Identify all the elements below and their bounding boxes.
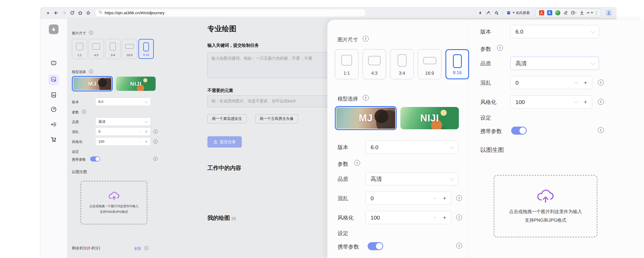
more-menu-icon[interactable]: ⋮	[594, 9, 599, 17]
hidden-bookmarks-chevron-icon[interactable]: »	[44, 9, 52, 17]
ratio-button-9-16-selected[interactable]: 9:16	[138, 39, 154, 59]
chaos-info-icon[interactable]: !	[153, 130, 158, 134]
params-info-icon-lg[interactable]: !	[354, 160, 360, 166]
stylize-input-r[interactable]: 100 −+	[510, 95, 592, 109]
chaos-plus-button-lg[interactable]: +	[443, 195, 446, 202]
suggestion-button-1[interactable]: 画一个真实感女生	[207, 114, 247, 123]
params-info-icon-r[interactable]: !	[497, 45, 503, 51]
carry-params-toggle[interactable]	[90, 156, 100, 162]
chaos-info-icon-lg[interactable]: !	[456, 195, 462, 201]
ratio-button-3-4-lg[interactable]: 3:4	[390, 49, 414, 79]
credits-remaining: 剩余积分(0 积分)	[72, 246, 100, 251]
image-upload-dropzone[interactable]: 点击或拖拽一个图片到这里作为输入 支持PNG和JPG格式	[80, 181, 147, 224]
stylize-input-lg[interactable]: 100 −+	[365, 211, 451, 224]
address-bar[interactable]: https://qin.ai366.cn/#/midjourney	[95, 9, 366, 17]
search-here-label[interactable]: 在此搜索	[516, 10, 530, 15]
stylize-info-icon[interactable]: !	[153, 139, 158, 144]
stylize-info-icon-r[interactable]: !	[598, 99, 604, 105]
carry-params-toggle-lg[interactable]	[368, 242, 383, 250]
magnified-settings-overlay: 图片尺寸 ! 1:1 4:3 3:4 16:9 9:16 模型选择 ! MJ N…	[327, 20, 644, 258]
chaos-minus-button[interactable]: −	[140, 130, 142, 134]
scissors-icon[interactable]: ✂	[586, 9, 594, 17]
stylize-minus-button-lg[interactable]: −	[433, 214, 437, 221]
model-select-info-icon[interactable]: !	[89, 69, 93, 73]
carry-params-info-icon-r[interactable]: !	[598, 127, 604, 133]
model-button-niji[interactable]: NIJI	[116, 77, 156, 91]
bookmark-star-icon[interactable]	[84, 9, 92, 17]
search-engine-caret-icon[interactable]	[513, 12, 515, 13]
add-bookmark-star-icon[interactable]	[492, 9, 500, 17]
model-select-info-icon-lg[interactable]: !	[363, 95, 369, 101]
stylize-input[interactable]: 100 −+	[95, 137, 151, 146]
history-clock-icon[interactable]	[570, 9, 578, 17]
app-sidebar	[40, 19, 67, 258]
pdf-extension-icon[interactable]: 人	[537, 9, 546, 17]
quality-select-lg[interactable]: 高清	[365, 172, 458, 185]
ratio-button-16-9[interactable]: 16:9	[122, 39, 137, 59]
params-info-icon[interactable]: !	[82, 110, 86, 114]
carry-params-toggle-r[interactable]	[511, 127, 527, 135]
stylize-minus-button[interactable]: −	[140, 139, 142, 144]
ratio-button-4-3[interactable]: 4:3	[89, 39, 104, 59]
carry-params-info-icon-lg[interactable]: !	[456, 243, 462, 249]
sidebar-item-shop[interactable]	[48, 135, 59, 145]
forward-icon[interactable]	[60, 9, 68, 17]
page-title: 专业绘图	[207, 24, 236, 34]
stylize-minus-button-r[interactable]: −	[574, 99, 578, 106]
pen-extension-icon[interactable]	[562, 9, 570, 17]
sidebar-item-gallery[interactable]	[48, 90, 59, 101]
refresh-credits-link[interactable]: 刷新	[134, 246, 141, 251]
translate-extension-icon[interactable]: 文	[546, 9, 554, 17]
credits-info-icon[interactable]: !	[144, 246, 148, 250]
image-size-info-icon-lg[interactable]: !	[363, 36, 369, 42]
chaos-info-icon-r[interactable]: !	[598, 80, 604, 85]
image-upload-dropzone-r[interactable]: 点击或拖拽一个图片到这里作为输入 支持PNG和JPG格式	[494, 175, 597, 237]
quality-select[interactable]: 高清	[95, 117, 151, 126]
ratio-button-1-1[interactable]: 1:1	[72, 39, 87, 59]
model-button-mj[interactable]: MJ	[72, 76, 113, 91]
image-size-info-icon[interactable]: !	[89, 31, 93, 35]
chaos-input-lg[interactable]: 0 −+	[365, 192, 451, 205]
ratio-button-3-4[interactable]: 3:4	[105, 39, 120, 59]
reload-icon[interactable]	[68, 9, 76, 17]
stylize-plus-button[interactable]: +	[145, 139, 147, 144]
lightning-icon[interactable]	[476, 9, 484, 17]
model-button-mj-lg[interactable]: MJ	[335, 106, 397, 130]
suggestion-button-2[interactable]: 画一个古风男生头像	[255, 114, 298, 123]
version-label: 版本	[72, 100, 79, 105]
chaos-minus-button-r[interactable]: −	[574, 79, 578, 86]
stylize-info-icon-lg[interactable]: !	[456, 214, 462, 220]
chaos-plus-button[interactable]: +	[145, 130, 147, 134]
chaos-minus-button-lg[interactable]: −	[433, 195, 437, 202]
version-select-r[interactable]: 6.0	[510, 25, 599, 38]
stylize-plus-button-lg[interactable]: +	[443, 214, 446, 221]
ratio-button-9-16-selected-lg[interactable]: 9:16	[445, 49, 469, 79]
carry-params-info-icon[interactable]: !	[153, 157, 158, 161]
settings-panel: 图片尺寸 ! 1:1 4:3 3:4 16:9 9:16 模型选择 ! MJ N…	[67, 19, 160, 258]
sidebar-item-app-logo[interactable]	[48, 24, 59, 35]
chaos-plus-button-r[interactable]: +	[584, 79, 587, 86]
sidebar-item-history[interactable]	[48, 105, 59, 115]
image-file-icon	[50, 92, 57, 99]
ratio-button-1-1-lg[interactable]: 1:1	[335, 49, 358, 79]
ratio-button-16-9-lg[interactable]: 16:9	[418, 49, 441, 79]
quality-select-r-focused[interactable]: 高清	[510, 57, 599, 70]
home-icon[interactable]	[76, 9, 84, 17]
back-icon[interactable]	[52, 9, 60, 17]
baidu-paw-icon[interactable]	[505, 9, 512, 17]
submit-task-button[interactable]: 提交任务	[207, 136, 242, 148]
chaos-input[interactable]: 0 −+	[95, 127, 151, 136]
ratio-button-4-3-lg[interactable]: 4:3	[363, 49, 386, 79]
sidebar-item-draw-active[interactable]	[48, 74, 59, 85]
stylize-plus-button-r[interactable]: +	[584, 99, 587, 106]
download-icon[interactable]	[578, 9, 586, 17]
user-avatar[interactable]	[605, 9, 612, 16]
sidebar-item-chat[interactable]	[48, 58, 59, 69]
quick-share-icon[interactable]	[484, 9, 492, 17]
version-select[interactable]: 6.0	[95, 98, 151, 106]
version-select-lg[interactable]: 6.0	[365, 141, 458, 154]
chaos-input-r[interactable]: 0 −+	[510, 76, 592, 89]
model-button-niji-lg[interactable]: NIJI	[400, 107, 459, 129]
globe-extension-icon[interactable]	[554, 9, 562, 17]
sidebar-item-tasks[interactable]	[48, 120, 59, 130]
